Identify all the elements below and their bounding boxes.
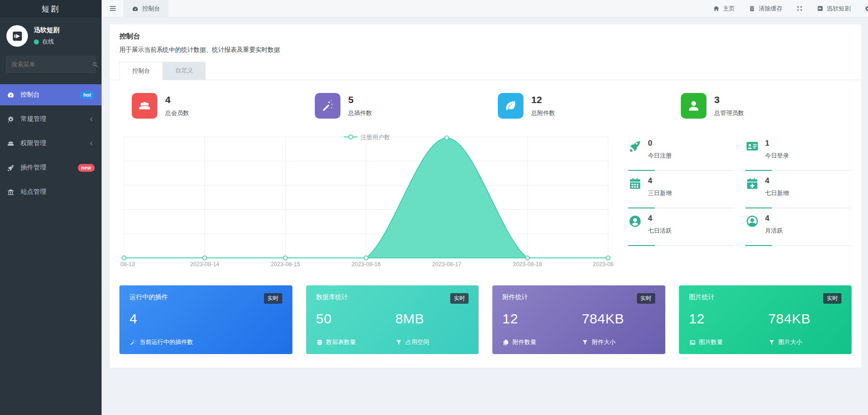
topbar-action-gear[interactable] bbox=[864, 5, 868, 12]
sidebar-item-2[interactable]: 常规管理 bbox=[0, 109, 102, 130]
gauge-icon bbox=[132, 5, 139, 12]
mini-stat-5: 4七日活跃 bbox=[628, 208, 734, 246]
content: 控制台 用于展示当前系统中的统计数据、统计报表及重要实时数据 控制台自定义 4总… bbox=[102, 17, 868, 415]
menu-badge: hot bbox=[80, 91, 95, 99]
user-circle-o-icon bbox=[745, 214, 759, 228]
app-title: 短剧 bbox=[0, 0, 102, 17]
x-tick-label: 08-13 bbox=[120, 261, 135, 268]
sidebar-item-5[interactable]: 站点管理 bbox=[0, 181, 102, 202]
stat-label: 总插件数 bbox=[348, 109, 372, 117]
gauge-icon bbox=[132, 5, 139, 12]
users-icon bbox=[7, 140, 15, 147]
menu-badge: new bbox=[78, 164, 95, 172]
mini-stat-4: 4七日新增 bbox=[745, 171, 852, 208]
panel-head: 控制台 用于展示当前系统中的统计数据、统计报表及重要实时数据 bbox=[110, 24, 861, 54]
image-icon bbox=[689, 339, 696, 346]
leaf-icon bbox=[504, 99, 518, 113]
calendar-icon bbox=[628, 177, 642, 191]
search-icon bbox=[92, 61, 99, 68]
x-tick-label: 2023-08-16 bbox=[351, 261, 381, 268]
legend-label: 注册用户数 bbox=[361, 133, 390, 142]
rocket-icon bbox=[7, 164, 15, 172]
realtime-badge: 实时 bbox=[823, 293, 841, 304]
tab-custom[interactable]: 自定义 bbox=[163, 62, 205, 80]
mini-stat-label: 三日新增 bbox=[648, 189, 672, 197]
card-title: 运行中的插件 bbox=[129, 293, 168, 301]
sidebar-item-1[interactable]: 控制台hot bbox=[0, 84, 102, 105]
avatar[interactable] bbox=[6, 25, 28, 47]
page-subtitle: 用于展示当前系统中的统计数据、统计报表及重要实时数据 bbox=[119, 46, 852, 54]
x-tick-label: 2023-08-18 bbox=[513, 261, 542, 268]
copy-icon bbox=[502, 339, 509, 346]
sidebar-item-4[interactable]: 插件管理new bbox=[0, 157, 102, 178]
mini-progress-track bbox=[628, 245, 734, 246]
mini-progress-track bbox=[745, 245, 852, 246]
topbar-action-home[interactable]: 主页 bbox=[713, 5, 735, 13]
tab-dashboard[interactable]: 控制台 bbox=[119, 62, 163, 80]
stat-card-2: 5总插件数 bbox=[302, 93, 485, 119]
realtime-badge: 实时 bbox=[450, 293, 469, 304]
realtime-badge: 实时 bbox=[637, 293, 655, 304]
wand-icon bbox=[129, 339, 136, 346]
user-status-label: 在线 bbox=[42, 38, 54, 46]
stat-icon-box bbox=[315, 93, 340, 119]
stat-card-3: 12总附件数 bbox=[485, 93, 669, 119]
topbar-tab-dashboard[interactable]: 控制台 bbox=[124, 0, 168, 17]
sidebar-item-label: 控制台 bbox=[21, 91, 40, 99]
sidebar-item-label: 权限管理 bbox=[21, 139, 46, 147]
mini-stat-label: 今日登录 bbox=[765, 152, 789, 160]
summary-card-4: 图片统计实时12784KB图片数量图片大小 bbox=[679, 285, 852, 354]
card-value: 8MB bbox=[395, 311, 474, 327]
search-input[interactable] bbox=[11, 61, 92, 68]
bank-icon bbox=[7, 188, 15, 196]
tab-label: 控制台 bbox=[132, 67, 150, 74]
summary-card-2: 数据库统计实时508MB数据表数量占用空间 bbox=[306, 285, 479, 354]
realtime-badge: 实时 bbox=[264, 293, 282, 304]
topbar-action-logo[interactable]: 迅软短剧 bbox=[817, 5, 851, 13]
tab-label: 自定义 bbox=[175, 67, 193, 74]
x-tick-label: 2023-08-17 bbox=[432, 261, 461, 268]
summary-card-3: 附件统计实时12784KB附件数量附件大小 bbox=[492, 285, 665, 354]
chevron-left-icon bbox=[88, 140, 95, 147]
stat-icon-box bbox=[498, 93, 523, 119]
stat-label: 总附件数 bbox=[531, 109, 555, 117]
mini-stat-label: 七日新增 bbox=[765, 189, 789, 197]
card-title: 数据库统计 bbox=[316, 293, 348, 301]
topbar-action-expand[interactable] bbox=[796, 5, 803, 12]
stat-label: 总会员数 bbox=[165, 109, 189, 117]
sidebar-item-label: 常规管理 bbox=[21, 115, 46, 123]
sidebar-item-label: 插件管理 bbox=[21, 164, 46, 172]
chart-legend[interactable]: 注册用户数 bbox=[344, 133, 390, 142]
topbar-action-trash[interactable]: 清除缓存 bbox=[749, 5, 782, 13]
chevron-left-icon bbox=[88, 116, 95, 123]
sidebar-toggle-button[interactable] bbox=[102, 0, 124, 17]
card-item-label: 图片数量 bbox=[699, 338, 723, 346]
mini-stat-value: 4 bbox=[765, 214, 783, 223]
panel-body: 4总会员数5总插件数12总附件数3总管理员数 注册用户数 08-132023-0… bbox=[110, 80, 861, 354]
stat-value: 5 bbox=[348, 94, 372, 105]
sidebar-menu: 控制台hot常规管理权限管理插件管理new站点管理 bbox=[0, 81, 102, 415]
menu-search[interactable] bbox=[6, 56, 96, 73]
filter-icon bbox=[582, 339, 588, 346]
gears-icon bbox=[7, 115, 15, 123]
stat-card-4: 3总管理员数 bbox=[669, 93, 852, 119]
page-title: 控制台 bbox=[119, 32, 852, 41]
chevron-left-icon bbox=[88, 140, 95, 147]
topbar-action-label: 清除缓存 bbox=[759, 5, 782, 13]
home-icon bbox=[713, 5, 720, 12]
sidebar: 短剧 迅软短剧 在线 控制台hot常规管理权限管理插件管理new站点管理 bbox=[0, 0, 102, 415]
stats-row: 4总会员数5总插件数12总附件数3总管理员数 bbox=[119, 93, 852, 119]
mini-stats-grid: 0今日注册1今日登录4三日新增4七日新增4七日活跃4月活跃 bbox=[628, 133, 852, 272]
card-item-label: 附件大小 bbox=[592, 338, 615, 346]
stat-icon-box bbox=[132, 93, 157, 119]
card-value: 784KB bbox=[768, 311, 847, 327]
chevron-left-icon bbox=[88, 116, 95, 123]
main-area: 控制台 主页清除缓存迅软短剧 控制台 用于展示当前系统中的统计数据、统计报表及重… bbox=[102, 0, 868, 415]
mini-stat-value: 1 bbox=[765, 139, 789, 148]
stat-value: 3 bbox=[714, 94, 744, 105]
stat-label: 总管理员数 bbox=[714, 109, 744, 117]
sidebar-item-3[interactable]: 权限管理 bbox=[0, 133, 102, 154]
card-value: 4 bbox=[129, 311, 209, 327]
legend-line-marker-icon bbox=[344, 134, 358, 140]
card-title: 图片统计 bbox=[689, 293, 715, 301]
